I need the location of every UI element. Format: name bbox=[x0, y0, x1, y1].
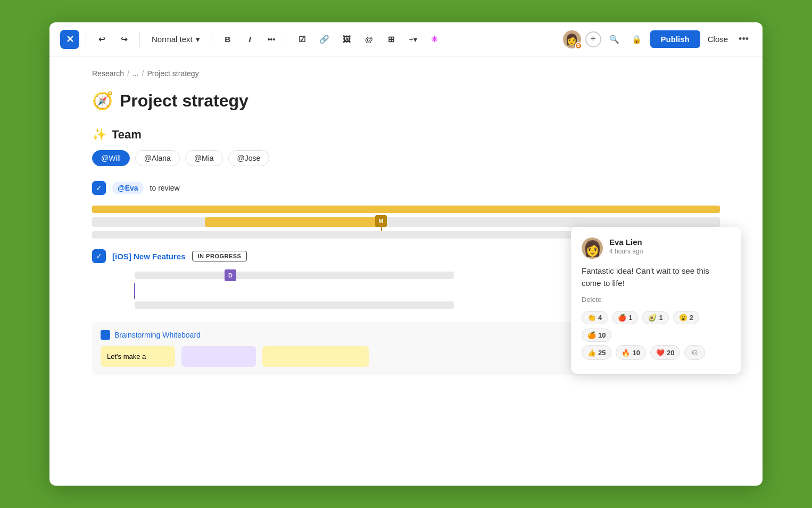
comment-author-info: Eva Lien 4 hours ago bbox=[609, 237, 643, 255]
heart-count: 20 bbox=[667, 349, 674, 357]
toolbar-divider-1 bbox=[86, 32, 86, 47]
apple-count: 1 bbox=[628, 314, 632, 322]
reaction-thumbsup[interactable]: 👍 25 bbox=[582, 345, 611, 360]
ios-task-check[interactable]: ✓ bbox=[92, 249, 106, 263]
table-button[interactable]: ⊞ bbox=[382, 30, 400, 48]
mention-button[interactable]: @ bbox=[360, 30, 378, 48]
whiteboard-card-1: Let's make a bbox=[101, 346, 175, 367]
more-options-button[interactable]: ••• bbox=[735, 31, 752, 47]
reaction-heart[interactable]: ❤️ 20 bbox=[650, 345, 680, 360]
toolbar-right: 👩 G + 🔍 🔒 Publish Close ••• bbox=[563, 30, 752, 48]
reaction-wow[interactable]: 😮 2 bbox=[673, 311, 699, 324]
ai-button[interactable]: ✳ bbox=[426, 30, 444, 48]
avocado-emoji: 🥑 bbox=[648, 314, 657, 322]
heart-emoji: ❤️ bbox=[656, 349, 665, 357]
comment-delete-button[interactable]: Delete bbox=[582, 296, 731, 304]
gantt-marker-m: M bbox=[375, 215, 387, 227]
reaction-avocado[interactable]: 🥑 1 bbox=[642, 311, 668, 324]
purple-gantt-row-2 bbox=[135, 301, 454, 309]
close-button[interactable]: Close bbox=[705, 30, 731, 48]
whiteboard-card-3 bbox=[262, 346, 369, 367]
ios-task-title[interactable]: [iOS] New Features bbox=[112, 252, 186, 261]
whiteboard-card-2 bbox=[181, 346, 256, 367]
mention-eva[interactable]: @Eva bbox=[112, 182, 144, 194]
more-format-button[interactable]: ••• bbox=[263, 32, 280, 47]
avatar-badge: G bbox=[575, 42, 582, 50]
purple-vertical-line-wrap bbox=[134, 283, 135, 299]
wow-count: 2 bbox=[690, 314, 693, 322]
toolbar-divider-4 bbox=[286, 32, 286, 47]
insert-button[interactable]: +▾ bbox=[404, 32, 421, 47]
reactions-row-1: 👏 4 🍎 1 🥑 1 😮 2 🍊 10 bbox=[582, 311, 731, 342]
fire-count: 10 bbox=[632, 349, 640, 357]
reaction-fire[interactable]: 🔥 10 bbox=[616, 345, 645, 360]
reactions-row-2: 👍 25 🔥 10 ❤️ 20 ☺ bbox=[582, 345, 731, 360]
team-heading: ✨ Team bbox=[92, 128, 720, 142]
content-area: Research / ... / Project strategy 🧭 Proj… bbox=[49, 56, 763, 486]
whiteboard-logo-icon bbox=[101, 330, 110, 340]
purple-gantt-bar-row: D bbox=[135, 272, 454, 279]
purple-marker-below bbox=[135, 283, 135, 299]
breadcrumb: Research / ... / Project strategy bbox=[92, 69, 720, 78]
purple-line bbox=[134, 283, 135, 299]
app-window: ✕ ↩ ↪ Normal text ▾ B I ••• ☑ 🔗 🖼 @ ⊞ +▾… bbox=[49, 22, 763, 486]
breadcrumb-sep-2: / bbox=[142, 69, 144, 78]
chevron-down-icon: ▾ bbox=[196, 35, 200, 44]
publish-button[interactable]: Publish bbox=[650, 30, 700, 48]
gantt-row-1 bbox=[92, 206, 720, 213]
wow-emoji: 😮 bbox=[679, 314, 687, 322]
comment-avatar: 👩 bbox=[582, 237, 603, 259]
search-button[interactable]: 🔍 bbox=[606, 30, 624, 48]
image-button[interactable]: 🖼 bbox=[337, 30, 355, 48]
task-eva-label: to review bbox=[150, 184, 180, 192]
avocado-count: 1 bbox=[659, 314, 662, 322]
checkbox-button[interactable]: ☑ bbox=[293, 30, 311, 48]
purple-gantt-row: D bbox=[135, 272, 454, 279]
breadcrumb-sep-1: / bbox=[127, 69, 129, 78]
gantt-bar-full bbox=[92, 206, 720, 213]
tag-jose[interactable]: @Jose bbox=[228, 150, 270, 166]
comment-text: Fantastic idea! Can't wait to see this c… bbox=[582, 265, 731, 289]
add-reaction-button[interactable]: ☺ bbox=[684, 345, 705, 360]
reaction-tangerine[interactable]: 🍊 10 bbox=[582, 329, 611, 342]
toolbar-divider-2 bbox=[139, 32, 140, 47]
redo-button[interactable]: ↪ bbox=[115, 30, 133, 48]
toolbar: ✕ ↩ ↪ Normal text ▾ B I ••• ☑ 🔗 🖼 @ ⊞ +▾… bbox=[49, 22, 763, 56]
reaction-clap[interactable]: 👏 4 bbox=[582, 311, 608, 324]
page-title: 🧭 Project strategy bbox=[92, 91, 720, 111]
tag-mia[interactable]: @Mia bbox=[185, 150, 223, 166]
undo-button[interactable]: ↩ bbox=[93, 30, 111, 48]
add-collaborator-button[interactable]: + bbox=[585, 31, 601, 47]
apple-emoji: 🍎 bbox=[618, 314, 626, 322]
bold-button[interactable]: B bbox=[219, 30, 237, 48]
text-style-select[interactable]: Normal text ▾ bbox=[146, 31, 205, 47]
whiteboard-title[interactable]: Brainstorming Whiteboard bbox=[114, 331, 201, 339]
checkbox-eva[interactable]: ✓ bbox=[92, 181, 106, 195]
tangerine-count: 10 bbox=[598, 331, 606, 339]
comment-header: 👩 Eva Lien 4 hours ago bbox=[582, 237, 731, 259]
comment-popup: 👩 Eva Lien 4 hours ago Fantastic idea! C… bbox=[571, 227, 741, 374]
breadcrumb-research[interactable]: Research bbox=[92, 69, 124, 78]
tag-alana[interactable]: @Alana bbox=[135, 150, 180, 166]
page-title-text: Project strategy bbox=[120, 91, 248, 111]
app-logo[interactable]: ✕ bbox=[60, 30, 79, 49]
user-avatar-wrap: 👩 G bbox=[563, 30, 581, 48]
thumbsup-count: 25 bbox=[598, 349, 606, 357]
comment-author-name: Eva Lien bbox=[609, 237, 643, 247]
breadcrumb-ellipsis[interactable]: ... bbox=[132, 69, 139, 78]
ios-status-badge: IN PROGRESS bbox=[192, 251, 247, 261]
italic-button[interactable]: I bbox=[241, 30, 259, 48]
team-icon: ✨ bbox=[92, 128, 106, 142]
team-tags: @Will @Alana @Mia @Jose bbox=[92, 150, 720, 166]
breadcrumb-current: Project strategy bbox=[147, 69, 198, 78]
tag-will[interactable]: @Will bbox=[92, 150, 130, 166]
reaction-apple[interactable]: 🍎 1 bbox=[612, 311, 638, 324]
lock-button[interactable]: 🔒 bbox=[628, 30, 646, 48]
comment-time: 4 hours ago bbox=[609, 248, 643, 255]
text-style-label: Normal text bbox=[152, 35, 193, 44]
link-button[interactable]: 🔗 bbox=[315, 30, 333, 48]
clap-emoji: 👏 bbox=[587, 314, 596, 322]
fire-emoji: 🔥 bbox=[622, 349, 630, 357]
team-label: Team bbox=[112, 128, 142, 142]
gantt-row-2: M bbox=[92, 217, 720, 227]
